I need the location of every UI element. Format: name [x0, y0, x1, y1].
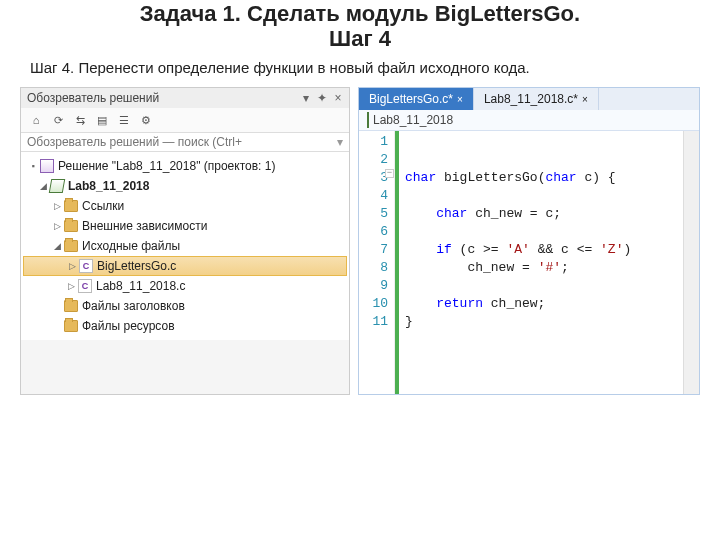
workspace: Обозреватель решений ▾ ✦ × ⌂ ⟳ ⇆ ▤ ☰ ⚙ ▾… [0, 87, 720, 395]
line-number: 11 [361, 313, 388, 331]
solution-icon [40, 159, 54, 173]
file2-label: Lab8_11_2018.c [96, 279, 185, 293]
line-number: 9 [361, 277, 388, 295]
folder-icon [64, 220, 78, 232]
solution-label: Решение "Lab8_11_2018" (проектов: 1) [58, 159, 275, 173]
collapse-icon[interactable]: ◢ [37, 181, 49, 191]
src-label: Исходные файлы [82, 239, 180, 253]
tab-biglettersgo[interactable]: BigLettersGo.c* × [359, 88, 474, 110]
line-number: 1 [361, 133, 388, 151]
res-label: Файлы ресурсов [82, 319, 175, 333]
expand-icon[interactable]: ▷ [51, 221, 63, 231]
solution-explorer: Обозреватель решений ▾ ✦ × ⌂ ⟳ ⇆ ▤ ☰ ⚙ ▾… [20, 87, 350, 395]
breadcrumb[interactable]: Lab8_11_2018 [359, 110, 699, 131]
search-input[interactable] [27, 135, 337, 149]
folder-icon [64, 240, 78, 252]
close-tab-icon[interactable]: × [582, 94, 588, 105]
slide-subtitle: Шаг 4 [0, 26, 720, 52]
search-row: ▾ [21, 133, 349, 152]
ext-label: Внешние зависимости [82, 219, 207, 233]
hdr-node[interactable]: Файлы заголовков [23, 296, 347, 316]
panel-title-text: Обозреватель решений [27, 91, 159, 105]
hdr-label: Файлы заголовков [82, 299, 185, 313]
line-number: 6 [361, 223, 388, 241]
expand-icon[interactable]: ▷ [65, 281, 77, 291]
close-tab-icon[interactable]: × [457, 94, 463, 105]
slide-title: Задача 1. Сделать модуль BigLettersGo. [0, 0, 720, 28]
fold-icon[interactable]: − [385, 169, 394, 178]
sync-icon[interactable]: ⇆ [71, 111, 89, 129]
folder-icon [64, 300, 78, 312]
tab-lab8[interactable]: Lab8_11_2018.c* × [474, 88, 599, 110]
crumb-label: Lab8_11_2018 [373, 113, 453, 127]
folder-icon [64, 320, 78, 332]
tab2-label: Lab8_11_2018.c* [484, 92, 578, 106]
file1-label: BigLettersGo.c [97, 259, 176, 273]
pin-icon[interactable]: ✦ [317, 91, 327, 105]
tab-strip: BigLettersGo.c* × Lab8_11_2018.c* × [359, 88, 699, 110]
expand-icon[interactable]: ▷ [51, 201, 63, 211]
dropdown-icon[interactable]: ▾ [301, 91, 311, 105]
refs-node[interactable]: ▷ Ссылки [23, 196, 347, 216]
project-icon [49, 179, 65, 193]
editor: BigLettersGo.c* × Lab8_11_2018.c* × Lab8… [358, 87, 700, 395]
folder-icon [64, 200, 78, 212]
close-icon[interactable]: × [333, 91, 343, 105]
line-number: 5 [361, 205, 388, 223]
line-number: 2 [361, 151, 388, 169]
line-number: 4 [361, 187, 388, 205]
file-lab8[interactable]: ▷ C Lab8_11_2018.c [23, 276, 347, 296]
slide-description: Шаг 4. Перенести определение функции в н… [0, 52, 720, 88]
panel-titlebar: Обозреватель решений ▾ ✦ × [21, 88, 349, 108]
showall-icon[interactable]: ▤ [93, 111, 111, 129]
line-number: 8 [361, 259, 388, 277]
c-file-icon: C [78, 279, 92, 293]
code-area: 1 2 3 4 5 6 7 8 9 10 11 − char bigLetter… [359, 131, 699, 394]
expand-icon[interactable]: ▪ [27, 161, 39, 171]
code-text[interactable]: − char bigLettersGo(char c) { char ch_ne… [399, 131, 683, 394]
home-icon[interactable]: ⌂ [27, 111, 45, 129]
line-number: 7 [361, 241, 388, 259]
properties-icon[interactable]: ☰ [115, 111, 133, 129]
search-dropdown-icon[interactable]: ▾ [337, 135, 343, 149]
line-number: 10 [361, 295, 388, 313]
line-number: 3 [361, 169, 388, 187]
file-biglettersgo[interactable]: ▷ C BigLettersGo.c [23, 256, 347, 276]
settings-icon[interactable]: ⚙ [137, 111, 155, 129]
ext-node[interactable]: ▷ Внешние зависимости [23, 216, 347, 236]
panel-toolbar: ⌂ ⟳ ⇆ ▤ ☰ ⚙ [21, 108, 349, 133]
project-icon [367, 112, 369, 128]
c-file-icon: C [79, 259, 93, 273]
src-node[interactable]: ◢ Исходные файлы [23, 236, 347, 256]
tab1-label: BigLettersGo.c* [369, 92, 453, 106]
collapse-icon[interactable]: ◢ [51, 241, 63, 251]
project-node[interactable]: ◢ Lab8_11_2018 [23, 176, 347, 196]
tree: ▪ Решение "Lab8_11_2018" (проектов: 1) ◢… [21, 152, 349, 340]
solution-node[interactable]: ▪ Решение "Lab8_11_2018" (проектов: 1) [23, 156, 347, 176]
project-label: Lab8_11_2018 [68, 179, 149, 193]
refs-label: Ссылки [82, 199, 124, 213]
scrollbar[interactable] [683, 131, 699, 394]
res-node[interactable]: Файлы ресурсов [23, 316, 347, 336]
refresh-icon[interactable]: ⟳ [49, 111, 67, 129]
expand-icon[interactable]: ▷ [66, 261, 78, 271]
